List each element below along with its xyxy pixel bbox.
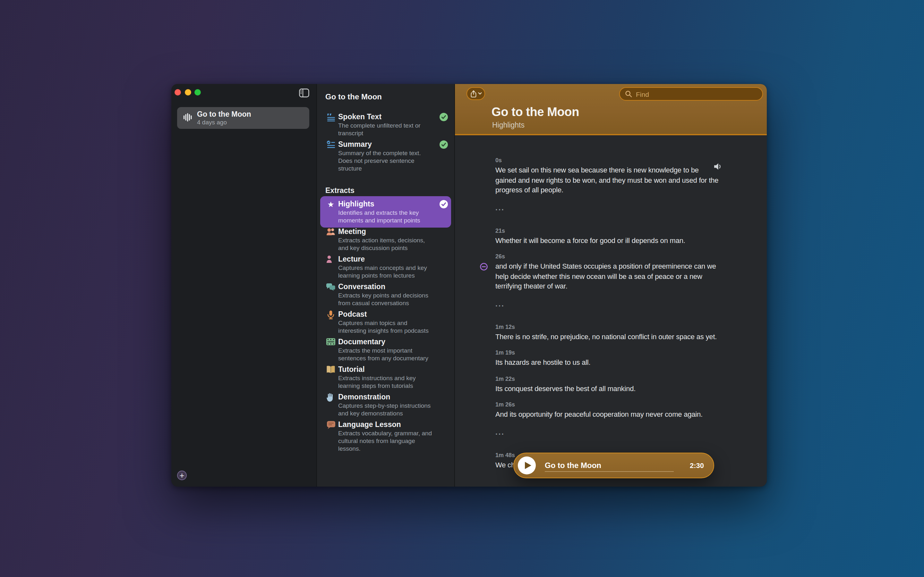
highlight-entry[interactable]: 1m 26s And its opportunity for peaceful … — [495, 401, 763, 420]
item-title: Conversation — [338, 282, 433, 291]
remove-highlight-icon[interactable] — [480, 263, 488, 272]
film-icon — [326, 338, 336, 347]
zoom-button[interactable] — [194, 89, 201, 95]
highlight-entry[interactable]: 1m 19s Its hazards are hostile to us all… — [495, 350, 763, 367]
timestamp: 1m 12s — [495, 324, 763, 330]
item-description: Extracts vocabulary, grammar, and cultur… — [338, 430, 433, 453]
highlight-entry[interactable]: 26s and only if the United States occupi… — [495, 253, 763, 292]
highlights-content: 0s We set sail on this new sea because t… — [495, 135, 763, 487]
extracts-section-header: Extracts — [325, 187, 449, 194]
item-title: Meeting — [338, 227, 433, 236]
list-item-podcast[interactable]: Podcast Captures main topics and interes… — [326, 309, 449, 335]
speech-bubble-icon — [326, 421, 336, 430]
detail-subtitle: Highlights — [492, 121, 525, 129]
item-description: Captures main topics and interesting ins… — [338, 319, 433, 335]
chevron-down-icon — [478, 92, 481, 95]
player-duration: 2:30 — [690, 462, 704, 469]
list-item-highlights[interactable]: ★ Highlights Identifies and extracts the… — [326, 199, 449, 224]
item-description: Extracts key points and decisions from c… — [338, 292, 433, 307]
speaker-icon[interactable] — [714, 163, 723, 172]
star-icon: ★ — [326, 200, 336, 209]
sidebar-toggle-icon[interactable] — [299, 89, 309, 97]
traffic-lights — [174, 89, 201, 95]
collapsed-separator[interactable]: ... — [495, 427, 763, 436]
item-title: Podcast — [338, 309, 433, 319]
completed-check-icon — [439, 140, 448, 150]
play-icon — [518, 456, 536, 474]
list-item-summary[interactable]: Summary Summary of the complete text. Do… — [326, 140, 449, 172]
list-item-demonstration[interactable]: Demonstration Captures step-by-step inst… — [326, 392, 449, 417]
highlight-text: There is no strife, no prejudice, no nat… — [495, 332, 763, 342]
item-description: Extracts the most important sentences fr… — [338, 347, 433, 362]
timestamp: 1m 22s — [495, 376, 763, 382]
audio-player[interactable]: Go to the Moon 2:30 — [513, 453, 714, 478]
collapsed-separator[interactable]: ... — [495, 299, 763, 308]
list-item-documentary[interactable]: Documentary Extracts the most important … — [326, 337, 449, 362]
highlight-entry[interactable]: 21s Whether it will become a force for g… — [495, 227, 763, 245]
timestamp: 1m 19s — [495, 350, 763, 356]
search-icon — [625, 90, 632, 97]
item-description: Summary of the complete text. Does not p… — [338, 149, 433, 172]
find-field[interactable] — [619, 87, 763, 101]
detail-header: Go to the Moon Highlights — [455, 84, 767, 135]
detail-title: Go to the Moon — [491, 105, 579, 119]
recording-title: Go to the Moon — [197, 110, 251, 119]
highlight-text: We set sail on this new sea because ther… — [495, 165, 721, 195]
recording-age: 4 days ago — [197, 119, 251, 126]
item-description: Extracts instructions and key learning s… — [338, 374, 433, 390]
player-title: Go to the Moon — [545, 461, 601, 470]
find-input[interactable] — [635, 89, 757, 98]
item-description: The complete unfiltered text or transcri… — [338, 122, 433, 137]
sidebar-pane: Go to the Moon 4 days ago + — [171, 84, 317, 487]
timestamp: 21s — [495, 227, 763, 234]
close-button[interactable] — [174, 89, 181, 95]
chat-bubbles-icon — [326, 283, 336, 292]
item-title: Language Lesson — [338, 420, 433, 429]
list-item-meeting[interactable]: Meeting Extracts action items, decisions… — [326, 227, 449, 252]
completed-check-icon — [439, 113, 448, 122]
timestamp: 26s — [495, 253, 763, 259]
app-window: Go to the Moon 4 days ago + Go to the Mo… — [171, 84, 767, 487]
share-button[interactable] — [467, 87, 485, 100]
highlight-entry[interactable]: 1m 22s Its conquest deserves the best of… — [495, 376, 763, 394]
waveform-icon — [184, 113, 192, 123]
list-item-lecture[interactable]: Lecture Captures main concepts and key l… — [326, 255, 449, 279]
item-title: Lecture — [338, 255, 433, 263]
recording-list-item[interactable]: Go to the Moon 4 days ago — [177, 107, 309, 129]
selected-check-icon — [439, 200, 448, 210]
item-title: Tutorial — [338, 365, 433, 374]
hand-icon — [326, 393, 336, 402]
microphone-icon — [326, 310, 336, 319]
highlight-text: Its hazards are hostile to us all. — [495, 358, 763, 367]
highlight-entry[interactable]: 0s We set sail on this new sea because t… — [495, 157, 763, 195]
item-description: Identifies and extracts the key moments … — [338, 209, 433, 224]
progress-bar[interactable] — [545, 471, 674, 472]
item-title: Highlights — [338, 199, 433, 208]
detail-pane: Go to the Moon Highlights 0s We set sail… — [454, 84, 767, 487]
list-item-conversation[interactable]: Conversation Extracts key points and dec… — [326, 282, 449, 307]
people-icon — [326, 227, 336, 237]
desktop-background: Go to the Moon 4 days ago + Go to the Mo… — [0, 0, 924, 577]
item-title: Documentary — [338, 337, 433, 346]
item-title: Summary — [338, 140, 433, 149]
collapsed-separator[interactable]: ... — [495, 203, 763, 212]
checklist-icon — [326, 140, 336, 149]
outline-list: Spoken Text The complete unfiltered text… — [326, 112, 449, 455]
quote-text-icon — [326, 113, 336, 122]
highlight-text: and only if the United States occupies a… — [495, 261, 721, 292]
item-description: Extracts action items, decisions, and ke… — [338, 237, 433, 252]
highlight-text: Its conquest deserves the best of all ma… — [495, 384, 763, 394]
highlight-entry[interactable]: 1m 12s There is no strife, no prejudice,… — [495, 324, 763, 342]
add-recording-button[interactable]: + — [177, 471, 187, 480]
highlight-text: Whether it will become a force for good … — [495, 235, 763, 245]
item-title: Spoken Text — [338, 112, 433, 121]
minimize-button[interactable] — [184, 89, 191, 95]
list-item-language-lesson[interactable]: Language Lesson Extracts vocabulary, gra… — [326, 420, 449, 453]
item-title: Demonstration — [338, 392, 433, 401]
pane-title: Go to the Moon — [325, 92, 382, 101]
list-item-spoken-text[interactable]: Spoken Text The complete unfiltered text… — [326, 112, 449, 137]
outline-pane: Go to the Moon Spoken Text The complete … — [317, 84, 454, 487]
item-description: Captures step-by-step instructions and k… — [338, 402, 433, 417]
list-item-tutorial[interactable]: Tutorial Extracts instructions and key l… — [326, 365, 449, 390]
play-button[interactable] — [518, 456, 536, 474]
